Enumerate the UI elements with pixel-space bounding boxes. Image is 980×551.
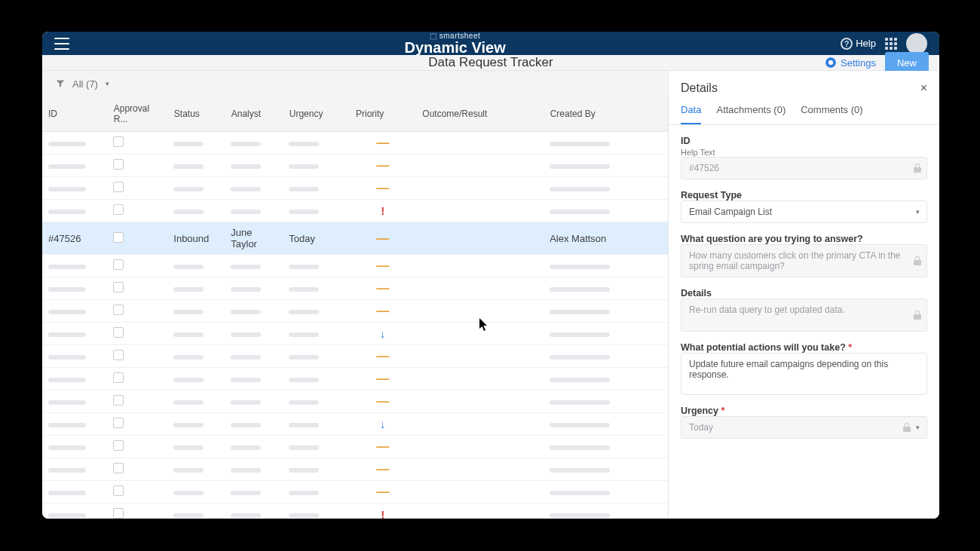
placeholder — [48, 332, 86, 337]
placeholder — [289, 164, 319, 169]
approval-checkbox[interactable] — [113, 305, 124, 315]
placeholder — [173, 164, 204, 169]
filter-bar: All (7) ▾ — [42, 71, 668, 96]
table-row[interactable]: — — [42, 345, 668, 368]
approval-checkbox[interactable] — [113, 282, 124, 292]
cell-created-by: Alex Mattson — [544, 222, 667, 255]
table-row[interactable]: — — [42, 458, 668, 481]
placeholder — [48, 513, 86, 518]
placeholder — [48, 210, 86, 214]
approval-checkbox[interactable] — [113, 418, 124, 428]
table-row[interactable]: — — [42, 255, 668, 277]
approval-checkbox[interactable] — [113, 440, 124, 451]
approval-checkbox[interactable] — [113, 372, 124, 383]
col-header-analyst[interactable]: Analyst — [225, 96, 283, 132]
table-row[interactable]: — — [42, 155, 668, 177]
priority-medium-icon: — — [376, 259, 389, 273]
col-header-priority[interactable]: Priority — [350, 96, 416, 132]
placeholder — [550, 468, 610, 473]
approval-checkbox[interactable] — [113, 327, 124, 338]
avatar[interactable] — [906, 33, 927, 54]
placeholder — [550, 378, 610, 382]
details-title: Details — [681, 81, 718, 95]
placeholder — [231, 513, 261, 518]
close-icon[interactable]: × — [920, 81, 927, 95]
lock-icon — [914, 256, 921, 265]
approval-checkbox[interactable] — [113, 508, 124, 519]
placeholder — [173, 210, 204, 214]
col-header-status[interactable]: Status — [167, 96, 225, 132]
tab-attachments[interactable]: Attachments (0) — [716, 98, 786, 124]
tab-comments[interactable]: Comments (0) — [801, 98, 862, 124]
table-row[interactable]: — — [42, 300, 668, 323]
placeholder — [550, 355, 610, 360]
chevron-down-icon: ▾ — [916, 424, 920, 431]
table-row[interactable]: ! — [42, 504, 668, 519]
approval-checkbox[interactable] — [113, 463, 124, 473]
help-button[interactable]: ? Help — [841, 38, 876, 50]
col-header-id[interactable]: ID — [42, 96, 107, 132]
placeholder — [289, 187, 319, 191]
placeholder — [550, 265, 610, 269]
approval-checkbox[interactable] — [113, 204, 124, 215]
help-icon: ? — [841, 38, 853, 50]
table-row[interactable]: — — [42, 132, 668, 155]
request-type-label: Request Type — [681, 190, 927, 201]
settings-label: Settings — [841, 57, 876, 69]
actions-field[interactable]: Update future email campaigns depending … — [681, 353, 927, 395]
col-header-urgency[interactable]: Urgency — [283, 96, 349, 132]
help-label: Help — [856, 38, 876, 49]
menu-icon[interactable] — [54, 38, 69, 50]
col-header-created-by[interactable]: Created By — [544, 96, 667, 132]
chevron-down-icon: ▾ — [106, 80, 109, 87]
priority-medium-icon: — — [376, 304, 389, 318]
app-launcher-icon[interactable] — [885, 38, 897, 50]
urgency-select[interactable]: Today — [681, 416, 927, 439]
placeholder — [289, 445, 319, 450]
col-header-outcome[interactable]: Outcome/Result — [416, 96, 544, 132]
placeholder — [231, 310, 261, 314]
placeholder — [173, 423, 204, 427]
filter-label-text: All (7) — [72, 78, 98, 90]
priority-medium-icon: — — [376, 462, 389, 476]
approval-checkbox[interactable] — [113, 232, 124, 243]
table-row[interactable]: #47526InboundJune TaylorToday—Alex Matts… — [42, 222, 668, 255]
approval-checkbox[interactable] — [113, 350, 124, 360]
priority-medium-icon: — — [376, 231, 389, 246]
col-header-approval[interactable]: Approval R... — [107, 96, 167, 132]
placeholder — [48, 423, 86, 427]
approval-checkbox[interactable] — [113, 395, 124, 406]
filter-dropdown[interactable]: All (7) ▾ — [72, 78, 109, 90]
placeholder — [231, 468, 261, 473]
chevron-down-icon: ▾ — [916, 208, 920, 216]
settings-button[interactable]: Settings — [825, 57, 876, 69]
page-title: Data Request Tracker — [428, 55, 553, 70]
priority-medium-icon: — — [376, 136, 389, 150]
table-row[interactable]: — — [42, 277, 668, 300]
placeholder — [173, 468, 204, 473]
cell-analyst: June Taylor — [225, 222, 283, 255]
priority-medium-icon: — — [376, 394, 389, 409]
placeholder — [231, 210, 261, 214]
table-row[interactable]: — — [42, 368, 668, 390]
approval-checkbox[interactable] — [113, 182, 124, 192]
request-type-select[interactable]: Email Campaign List — [681, 201, 927, 223]
placeholder — [550, 445, 610, 450]
approval-checkbox[interactable] — [113, 485, 124, 496]
approval-checkbox[interactable] — [113, 259, 124, 270]
table-row[interactable]: ↓ — [42, 413, 668, 436]
placeholder — [289, 468, 319, 473]
table-row[interactable]: — — [42, 481, 668, 504]
approval-checkbox[interactable] — [113, 159, 124, 170]
priority-medium-icon: — — [376, 281, 389, 295]
table-row[interactable]: ↓ — [42, 323, 668, 345]
table-row[interactable]: — — [42, 436, 668, 458]
approval-checkbox[interactable] — [113, 136, 124, 147]
table-row[interactable]: ! — [42, 200, 668, 222]
cell-urgency: Today — [283, 222, 349, 255]
table-row[interactable]: — — [42, 390, 668, 413]
tab-data[interactable]: Data — [681, 98, 701, 124]
table-row[interactable]: — — [42, 177, 668, 200]
question-label: What question are you trying to answer? — [681, 234, 927, 244]
placeholder — [48, 142, 86, 146]
